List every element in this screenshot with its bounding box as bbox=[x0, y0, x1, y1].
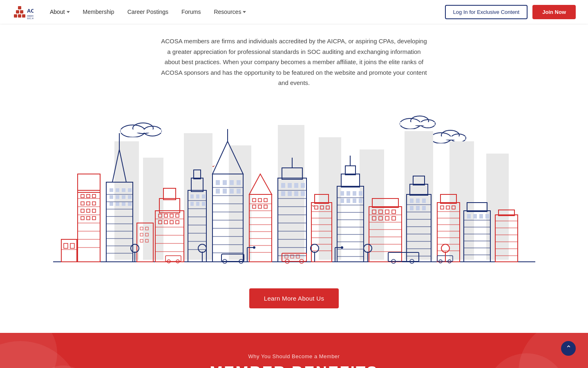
svg-rect-155 bbox=[281, 183, 285, 188]
svg-text:ACOSA: ACOSA bbox=[27, 8, 34, 14]
city-skyline bbox=[53, 109, 535, 268]
svg-rect-62 bbox=[122, 195, 125, 199]
nav-forums[interactable]: Forums bbox=[181, 9, 201, 15]
svg-rect-30 bbox=[449, 141, 474, 260]
svg-rect-156 bbox=[288, 183, 292, 188]
svg-rect-64 bbox=[110, 202, 113, 206]
svg-rect-213 bbox=[385, 216, 389, 220]
svg-rect-88 bbox=[164, 214, 168, 217]
svg-rect-273 bbox=[165, 256, 181, 261]
svg-rect-108 bbox=[202, 202, 205, 206]
svg-rect-82 bbox=[140, 239, 143, 242]
svg-rect-123 bbox=[216, 189, 220, 194]
about-dropdown-icon bbox=[67, 11, 70, 13]
svg-rect-209 bbox=[385, 210, 389, 214]
svg-rect-86 bbox=[163, 188, 176, 200]
svg-rect-41 bbox=[87, 209, 90, 212]
svg-rect-122 bbox=[237, 180, 241, 185]
svg-rect-252 bbox=[467, 214, 471, 219]
svg-rect-107 bbox=[196, 202, 199, 206]
svg-rect-33 bbox=[78, 174, 100, 192]
main-content: ACOSA members are firms and individuals … bbox=[0, 0, 588, 368]
svg-rect-105 bbox=[202, 194, 205, 198]
svg-rect-22 bbox=[114, 141, 139, 260]
svg-rect-298 bbox=[61, 239, 77, 262]
learn-more-button[interactable]: Learn More About Us bbox=[249, 288, 339, 308]
svg-rect-92 bbox=[164, 221, 168, 224]
svg-rect-35 bbox=[87, 194, 90, 198]
svg-rect-229 bbox=[422, 206, 426, 210]
benefits-subtitle: Why You Should Become a Member bbox=[0, 353, 588, 359]
svg-rect-121 bbox=[230, 180, 234, 185]
scroll-top-button[interactable]: ⌃ bbox=[561, 341, 576, 356]
svg-rect-42 bbox=[92, 209, 96, 212]
svg-rect-27 bbox=[319, 137, 341, 260]
city-illustration: ⌄ ⌄ ⌄ ⌄ ⌄ bbox=[0, 92, 588, 268]
svg-rect-194 bbox=[353, 198, 356, 203]
svg-rect-189 bbox=[347, 191, 350, 196]
chevron-up-icon: ⌃ bbox=[566, 344, 572, 353]
svg-rect-241 bbox=[446, 206, 449, 209]
svg-rect-136 bbox=[249, 194, 272, 262]
svg-rect-80 bbox=[140, 233, 143, 236]
nav-career-postings[interactable]: Career Postings bbox=[127, 9, 168, 15]
svg-rect-34 bbox=[81, 194, 84, 198]
svg-rect-186 bbox=[345, 166, 355, 175]
nav-membership[interactable]: Membership bbox=[83, 9, 114, 15]
benefits-content: Why You Should Become a Member MEMBER BE… bbox=[0, 353, 588, 368]
svg-rect-56 bbox=[110, 188, 113, 192]
nav-resources[interactable]: Resources bbox=[214, 9, 246, 15]
svg-rect-90 bbox=[176, 214, 179, 217]
logo[interactable]: ACOSA AMERICAN COLLEGE OF SOC AUDITING bbox=[12, 2, 34, 22]
svg-rect-138 bbox=[253, 198, 256, 202]
svg-rect-160 bbox=[288, 191, 292, 196]
svg-rect-32 bbox=[78, 190, 100, 262]
svg-rect-255 bbox=[485, 214, 489, 219]
svg-rect-240 bbox=[440, 206, 444, 209]
join-button[interactable]: Join Now bbox=[532, 5, 576, 19]
svg-rect-59 bbox=[128, 188, 132, 192]
svg-rect-63 bbox=[128, 195, 132, 199]
navbar: ACOSA AMERICAN COLLEGE OF SOC AUDITING A… bbox=[0, 0, 588, 24]
svg-rect-225 bbox=[416, 198, 420, 203]
svg-rect-254 bbox=[479, 214, 483, 219]
svg-rect-1 bbox=[18, 14, 21, 18]
svg-rect-44 bbox=[87, 216, 90, 220]
svg-rect-140 bbox=[264, 198, 267, 202]
svg-rect-65 bbox=[116, 202, 119, 206]
svg-rect-210 bbox=[392, 210, 396, 214]
svg-rect-36 bbox=[92, 194, 96, 198]
svg-rect-66 bbox=[122, 202, 125, 206]
svg-rect-188 bbox=[340, 191, 344, 196]
svg-rect-158 bbox=[301, 183, 305, 188]
svg-rect-119 bbox=[216, 180, 220, 185]
svg-rect-40 bbox=[81, 209, 84, 212]
svg-point-304 bbox=[253, 246, 255, 249]
svg-rect-39 bbox=[92, 202, 96, 205]
cta-section: Learn More About Us bbox=[0, 268, 588, 333]
benefits-title: MEMBER BENEFITS bbox=[0, 364, 588, 368]
nav-about[interactable]: About bbox=[50, 9, 70, 15]
nav-links: About Membership Career Postings Forums … bbox=[50, 9, 445, 15]
login-button[interactable]: Log In for Exclusive Content bbox=[445, 5, 528, 19]
svg-rect-4 bbox=[20, 10, 23, 13]
svg-rect-190 bbox=[353, 191, 356, 196]
svg-rect-106 bbox=[190, 202, 194, 206]
svg-rect-0 bbox=[14, 14, 17, 18]
svg-rect-214 bbox=[392, 216, 396, 220]
description-text: ACOSA members are firms and individuals … bbox=[159, 36, 429, 88]
svg-rect-43 bbox=[81, 216, 84, 220]
svg-rect-300 bbox=[70, 243, 74, 248]
benefits-section: Why You Should Become a Member MEMBER BE… bbox=[0, 333, 588, 368]
navbar-actions: Log In for Exclusive Content Join Now bbox=[445, 5, 576, 19]
svg-rect-124 bbox=[223, 189, 227, 194]
svg-rect-58 bbox=[122, 188, 125, 192]
svg-rect-93 bbox=[170, 221, 173, 224]
svg-rect-37 bbox=[81, 202, 84, 205]
svg-rect-31 bbox=[486, 154, 509, 260]
svg-rect-227 bbox=[410, 206, 414, 210]
svg-rect-38 bbox=[87, 202, 90, 205]
svg-rect-193 bbox=[347, 198, 350, 203]
svg-rect-120 bbox=[223, 180, 227, 185]
svg-rect-195 bbox=[359, 198, 362, 203]
